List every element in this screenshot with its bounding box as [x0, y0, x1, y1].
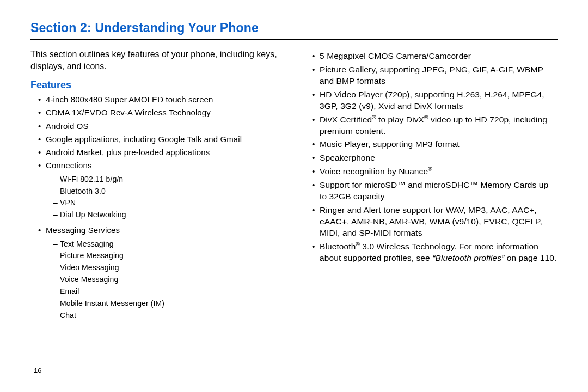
list-item-text: 4-inch 800x480 Super AMOLED touch screen — [46, 95, 213, 104]
list-item: Android Market, plus pre-loaded applicat… — [39, 147, 284, 158]
list-item: Bluetooth® 3.0 Wireless Technology. For … — [313, 241, 558, 264]
list-item-text: Google applications, including Google Ta… — [46, 134, 242, 144]
list-item: Music Player, supporting MP3 format — [313, 139, 558, 150]
sub-list-item: Voice Messaging — [53, 274, 284, 285]
list-item: Voice recognition by Nuance® — [313, 166, 558, 177]
sub-list-item: Email — [53, 286, 284, 297]
manual-page: Section 2: Understanding Your Phone This… — [0, 0, 588, 392]
list-item-text: CDMA 1X/EVDO Rev-A Wireless Technology — [46, 108, 211, 117]
left-column: This section outlines key features of yo… — [30, 48, 284, 326]
intro-text: This section outlines key features of yo… — [30, 48, 284, 72]
list-item: HD Video Player (720p), supporting H.263… — [313, 89, 558, 112]
text-fragment: DivX Certified — [320, 115, 372, 124]
list-item: CDMA 1X/EVDO Rev-A Wireless Technology — [39, 107, 284, 118]
sub-list-item: Video Messaging — [53, 262, 284, 273]
registered-symbol-icon: ® — [356, 241, 360, 247]
registered-symbol-icon: ® — [424, 114, 428, 120]
features-heading: Features — [30, 79, 284, 91]
sub-list-item: Text Messaging — [53, 239, 284, 249]
list-item: Ringer and Alert tone support for WAV, M… — [313, 205, 558, 239]
list-item: Support for microSD™ and microSDHC™ Memo… — [313, 180, 558, 203]
sub-list-item: VPN — [53, 198, 284, 208]
page-number: 16 — [34, 366, 41, 375]
features-list-left: 4-inch 800x480 Super AMOLED touch screen… — [30, 94, 284, 323]
list-item: DivX Certified® to play DivX® video up t… — [313, 114, 558, 137]
list-item: ConnectionsWi-Fi 802.11 b/g/nBluetooth 3… — [39, 160, 284, 223]
section-rule — [30, 39, 558, 40]
list-item: Messaging ServicesText MessagingPicture … — [39, 225, 284, 323]
sub-list-item: Picture Messaging — [53, 250, 284, 261]
sub-list-item: Dial Up Networking — [53, 210, 284, 220]
registered-symbol-icon: ® — [372, 114, 376, 120]
right-column: 5 Megapixel CMOS Camera/Camcorder Pictur… — [304, 48, 558, 326]
sub-list-item: Mobile Instant Messenger (IM) — [53, 298, 284, 309]
two-column-layout: This section outlines key features of yo… — [30, 48, 558, 326]
list-item: Speakerphone — [313, 152, 558, 164]
text-fragment: Bluetooth — [320, 242, 356, 251]
sub-list-item: Wi-Fi 802.11 b/g/n — [53, 174, 284, 185]
list-item-text: Connections — [46, 161, 92, 170]
list-item-text: Android Market, plus pre-loaded applicat… — [46, 148, 210, 157]
section-title: Section 2: Understanding Your Phone — [30, 21, 558, 35]
sub-list-item: Bluetooth 3.0 — [53, 186, 284, 197]
features-list-right: 5 Megapixel CMOS Camera/Camcorder Pictur… — [304, 51, 558, 264]
list-item: 5 Megapixel CMOS Camera/Camcorder — [313, 51, 558, 62]
sub-list: Text MessagingPicture MessagingVideo Mes… — [46, 236, 284, 323]
list-item: Android OS — [39, 121, 284, 132]
list-item-text: Android OS — [46, 121, 89, 131]
text-fragment: on page 110. — [504, 253, 556, 262]
text-fragment: Voice recognition by Nuance — [320, 167, 428, 176]
cross-reference-link: “Bluetooth profiles” — [432, 253, 504, 262]
list-item: 4-inch 800x480 Super AMOLED touch screen — [39, 94, 284, 105]
sub-list: Wi-Fi 802.11 b/g/nBluetooth 3.0VPNDial U… — [46, 171, 284, 223]
sub-list-item: Chat — [53, 310, 284, 321]
list-item: Picture Gallery, supporting JPEG, PNG, G… — [313, 64, 558, 87]
text-fragment: to play DivX — [376, 115, 424, 124]
list-item-text: Messaging Services — [46, 225, 120, 235]
registered-symbol-icon: ® — [428, 166, 432, 172]
list-item: Google applications, including Google Ta… — [39, 134, 284, 145]
